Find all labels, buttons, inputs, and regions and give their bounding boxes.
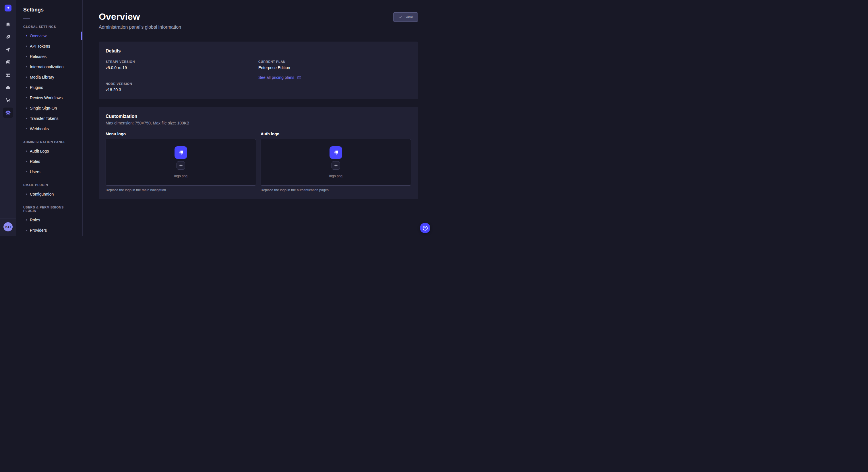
bullet-icon [26, 150, 27, 152]
section-label-global-settings: GLOBAL SETTINGS [17, 25, 82, 28]
customization-card: Customization Max dimension: 750×750, Ma… [99, 107, 418, 199]
subnav-item-single-sign-on[interactable]: Single Sign-On [17, 103, 82, 113]
menu-logo-filename: logo.png [174, 174, 187, 178]
details-card: Details STRAPI VERSION v5.0.0-rc.19 NODE… [99, 42, 418, 99]
gear-icon [5, 109, 11, 116]
auth-logo-column: Auth logo logo.png [260, 132, 411, 192]
pricing-plans-link-label: See all pricing plans [258, 75, 294, 80]
strapi-logo-icon [6, 6, 10, 10]
nav-media-library-button[interactable] [3, 57, 13, 67]
subnav-item-label: Audit Logs [30, 149, 49, 154]
subnav-item-label: Releases [30, 54, 46, 59]
subnav-item-plugins[interactable]: Plugins [17, 82, 82, 93]
nav-home-button[interactable] [3, 19, 13, 30]
subnav-item-admin-users[interactable]: Users [17, 167, 82, 177]
help-button[interactable]: ? [420, 223, 430, 233]
subnav-item-email-configuration[interactable]: Configuration [17, 189, 82, 199]
section-label-email-plugin: EMAIL PLUGIN [17, 183, 82, 187]
bullet-icon [26, 194, 27, 195]
main-content: Overview Administration panel’s global i… [83, 0, 434, 236]
current-plan-field: CURRENT PLAN Enterprise Edition [258, 60, 411, 70]
plus-icon [334, 164, 338, 168]
rail-nav [3, 16, 13, 120]
menu-logo-add-button[interactable] [177, 161, 185, 170]
bullet-icon [26, 35, 27, 36]
subnav-item-media-library[interactable]: Media Library [17, 72, 82, 82]
strapi-logo[interactable] [5, 5, 11, 11]
subnav-item-audit-logs[interactable]: Audit Logs [17, 146, 82, 156]
bullet-icon [26, 45, 27, 47]
home-icon [5, 22, 11, 27]
save-button[interactable]: Save [393, 12, 418, 22]
nav-deploy-button[interactable] [3, 82, 13, 93]
rail-bottom-divider [0, 218, 16, 219]
subnav-item-transfer-tokens[interactable]: Transfer Tokens [17, 113, 82, 124]
bullet-icon [26, 118, 27, 119]
subnav-item-label: Overview [30, 34, 46, 38]
subnav-item-internationalization[interactable]: Internationalization [17, 62, 82, 72]
nav-content-type-builder-button[interactable] [3, 70, 13, 80]
menu-logo-column: Menu logo logo.png [105, 132, 256, 192]
subnav-item-overview[interactable]: Overview [17, 31, 82, 41]
menu-logo-preview [175, 146, 187, 159]
subnav-item-review-workflows[interactable]: Review Workflows [17, 93, 82, 103]
subnav-item-up-roles[interactable]: Roles [17, 215, 82, 225]
user-avatar[interactable]: KD [3, 222, 12, 231]
subnav-item-label: Users [30, 169, 40, 174]
current-plan-value: Enterprise Edition [258, 65, 411, 70]
details-card-title: Details [105, 48, 411, 54]
subnav-item-label: Transfer Tokens [30, 116, 59, 121]
bullet-icon [26, 56, 27, 57]
subnav-item-label: Review Workflows [30, 96, 63, 100]
bullet-icon [26, 66, 27, 67]
menu-logo-upload-box[interactable]: logo.png [105, 139, 256, 186]
menu-logo-caption: Replace the logo in the main navigation [105, 188, 256, 192]
customization-card-subtitle: Max dimension: 750×750, Max file size: 1… [105, 121, 411, 125]
pricing-plans-link[interactable]: See all pricing plans [258, 75, 301, 80]
subnav-item-label: Single Sign-On [30, 106, 57, 110]
auth-logo-upload-box[interactable]: logo.png [260, 139, 411, 186]
details-left-column: STRAPI VERSION v5.0.0-rc.19 NODE VERSION… [105, 60, 258, 92]
settings-subnav: Settings GLOBAL SETTINGS Overview API To… [17, 0, 83, 236]
subnav-item-admin-roles[interactable]: Roles [17, 156, 82, 167]
feather-icon [5, 34, 11, 40]
nav-marketplace-button[interactable] [3, 95, 13, 105]
nav-content-manager-button[interactable] [3, 32, 13, 42]
check-icon [398, 15, 402, 19]
subnav-item-releases[interactable]: Releases [17, 51, 82, 62]
subnav-title-divider [23, 18, 30, 19]
subnav-title: Settings [17, 7, 82, 13]
paper-plane-icon [5, 47, 11, 53]
strapi-logo-icon [332, 149, 340, 157]
nav-releases-button[interactable] [3, 44, 13, 55]
current-plan-label: CURRENT PLAN [258, 60, 411, 63]
subnav-item-api-tokens[interactable]: API Tokens [17, 41, 82, 51]
subnav-item-label: Plugins [30, 85, 43, 90]
subnav-item-label: Roles [30, 159, 40, 164]
node-version-value: v18.20.3 [105, 88, 258, 92]
auth-logo-add-button[interactable] [332, 161, 340, 170]
bullet-icon [26, 230, 27, 231]
bullet-icon [26, 161, 27, 162]
bullet-icon [26, 220, 27, 221]
cloud-icon [5, 85, 11, 90]
bullet-icon [26, 107, 27, 109]
strapi-logo-icon [177, 149, 185, 157]
layout-icon [5, 72, 11, 78]
auth-logo-label: Auth logo [260, 132, 411, 136]
auth-logo-caption: Replace the logo in the authentication p… [260, 188, 411, 192]
subnav-item-up-providers[interactable]: Providers [17, 225, 82, 235]
page-title: Overview [99, 11, 418, 22]
bullet-icon [26, 128, 27, 129]
subnav-item-webhooks[interactable]: Webhooks [17, 124, 82, 134]
page-header: Overview Administration panel’s global i… [99, 0, 418, 30]
subnav-item-label: Roles [30, 217, 40, 222]
strapi-version-label: STRAPI VERSION [105, 60, 258, 63]
section-label-users-permissions-plugin: USERS & PERMISSIONS PLUGIN [17, 206, 82, 212]
auth-logo-filename: logo.png [329, 174, 342, 178]
nav-settings-button[interactable] [3, 107, 13, 118]
page-subtitle: Administration panel’s global informatio… [99, 25, 418, 30]
subnav-item-label: Media Library [30, 75, 54, 79]
strapi-version-field: STRAPI VERSION v5.0.0-rc.19 [105, 60, 258, 70]
bullet-icon [26, 171, 27, 172]
